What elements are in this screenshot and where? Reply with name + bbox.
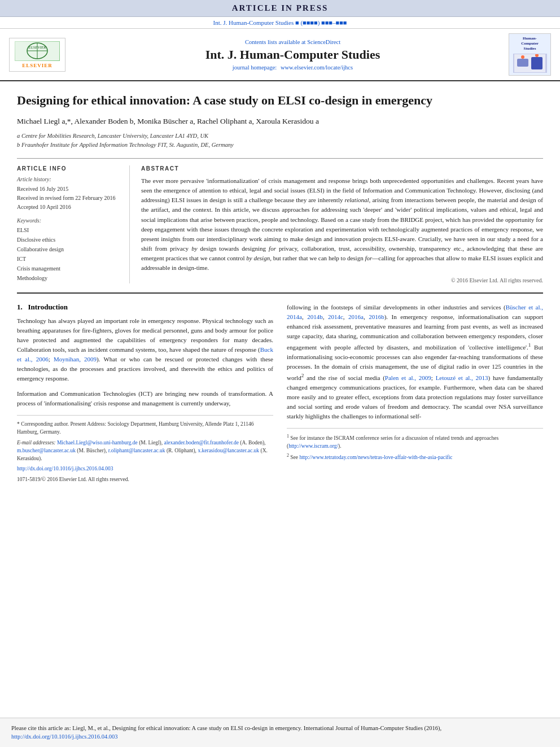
- email-boden[interactable]: alexander.boden@fit.fraunhofer.de: [164, 440, 238, 445]
- journal-title: Int. J. Human-Computer Studies: [77, 47, 509, 62]
- revised-date: Received in revised form 22 February 201…: [17, 194, 120, 203]
- ref-buscher-2014b[interactable]: 2014b: [307, 313, 323, 320]
- history-label: Article history:: [17, 176, 120, 182]
- doi-line: Int. J. Human-Computer Studies ■ (■■■■) …: [0, 17, 560, 29]
- footnotes-left: * Corresponding author. Present Address:…: [17, 415, 273, 483]
- intro-number: 1.: [17, 303, 23, 311]
- journal-center: Contents lists available at ScienceDirec…: [77, 39, 509, 71]
- journal-logo-right: Human-ComputerStudies: [509, 33, 551, 76]
- keywords-label: Keywords:: [17, 217, 120, 224]
- body-right-column: following in the footsteps of similar de…: [287, 303, 543, 486]
- footnote-1: 1 See for instance the ISCRAM conference…: [287, 433, 543, 451]
- intro-heading: Introduction: [28, 303, 68, 311]
- contents-available: Contents lists available at ScienceDirec…: [77, 39, 509, 45]
- sciencedirect-link[interactable]: ScienceDirect: [307, 39, 340, 45]
- corresponding-author: * Corresponding author. Present Address:…: [17, 420, 273, 436]
- affiliation-a: a Centre for Mobilities Research, Lancas…: [17, 132, 543, 141]
- copyright: © 2016 Elsevier Ltd. All rights reserved…: [141, 277, 543, 283]
- keyword-ict: ICT: [17, 254, 120, 264]
- keyword-methodology: Methodology: [17, 273, 120, 283]
- abstract-panel: ABSTRACT The ever more pervasive 'inform…: [141, 165, 543, 283]
- accepted-date: Accepted 10 April 2016: [17, 203, 120, 212]
- tetra-link[interactable]: http://www.tetratoday.com/news/tetras-lo…: [299, 455, 452, 461]
- keyword-disclosive: Disclosive ethics: [17, 235, 120, 244]
- page: ARTICLE IN PRESS Int. J. Human-Computer …: [0, 0, 560, 747]
- citation-text: Please cite this article as: Liegl, M., …: [11, 725, 441, 731]
- banner-text: ARTICLE IN PRESS: [232, 3, 329, 12]
- svg-point-8: [521, 55, 524, 59]
- journal-header: ELSEVIER ELSEVIER Contents lists availab…: [0, 29, 560, 81]
- homepage-label: journal homepage:: [233, 64, 277, 71]
- ref-buscher-2016b[interactable]: 2016b: [369, 313, 384, 320]
- authors: Michael Liegl a,*, Alexander Boden b, Mo…: [17, 116, 543, 127]
- email-oliphant[interactable]: r.oliphant@lancaster.ac.uk: [108, 448, 165, 453]
- body-columns: 1. Introduction Technology has always pl…: [17, 303, 543, 486]
- issn-line: 1071-5819/© 2016 Elsevier Ltd. All right…: [17, 475, 273, 483]
- iscram-link[interactable]: http://www.iscram.org/: [288, 443, 338, 449]
- article-title: Designing for ethical innovation: A case…: [17, 93, 543, 109]
- email-kerasidou[interactable]: x.kerasidou@lancaster.ac.uk: [198, 448, 259, 453]
- article-doi: http://dx.doi.org/10.1016/j.ijhcs.2016.0…: [17, 465, 273, 473]
- email-buscher[interactable]: m.buscher@lancaster.ac.uk: [17, 448, 76, 453]
- email-liegl[interactable]: Michael.Liegl@wiso.uni-hamburg.de: [57, 440, 138, 445]
- doi-text: Int. J. Human-Computer Studies ■ (■■■■) …: [213, 19, 347, 26]
- ref-buscher-2014a[interactable]: Büscher et al., 2014a: [287, 304, 543, 320]
- abstract-header: ABSTRACT: [141, 165, 543, 172]
- affiliation-b: b Fraunhofer Institute for Applied Infor…: [17, 141, 543, 150]
- main-content: Designing for ethical innovation: A case…: [0, 81, 560, 497]
- elsevier-logo-graphic: ELSEVIER: [15, 41, 60, 61]
- article-info-header: ARTICLE INFO: [17, 165, 120, 172]
- intro-title: 1. Introduction: [17, 303, 273, 312]
- article-in-press-banner: ARTICLE IN PRESS: [0, 0, 560, 17]
- citation-bar: Please cite this article as: Liegl, M., …: [0, 718, 560, 748]
- homepage-url[interactable]: www.elsevier.com/locate/ijhcs: [281, 64, 353, 71]
- keyword-collaborative: Collaborative design: [17, 244, 120, 254]
- section-divider: [17, 292, 543, 294]
- keyword-crisis: Crisis management: [17, 264, 120, 273]
- email-addresses: E-mail addresses: Michael.Liegl@wiso.uni…: [17, 439, 273, 463]
- keywords-list: ELSI Disclosive ethics Collaborative des…: [17, 225, 120, 283]
- right-paragraph-1: following in the footsteps of similar de…: [287, 303, 543, 421]
- body-left-column: 1. Introduction Technology has always pl…: [17, 303, 273, 486]
- received-date: Received 16 July 2015: [17, 185, 120, 194]
- ref-moynihan[interactable]: Moynihan, 2009: [54, 356, 97, 362]
- authors-text: Michael Liegl a,*, Alexander Boden b, Mo…: [17, 117, 319, 125]
- doi-link[interactable]: http://dx.doi.org/10.1016/j.ijhcs.2016.0…: [17, 466, 113, 471]
- footnotes-right: 1 See for instance the ISCRAM conference…: [287, 428, 543, 462]
- svg-text:ELSEVIER: ELSEVIER: [28, 45, 46, 50]
- journal-homepage: journal homepage: www.elsevier.com/locat…: [77, 64, 509, 71]
- article-info-panel: ARTICLE INFO Article history: Received 1…: [17, 165, 130, 283]
- elsevier-logo: ELSEVIER ELSEVIER: [9, 38, 65, 72]
- elsevier-label: ELSEVIER: [22, 63, 53, 68]
- article-info-abstract: ARTICLE INFO Article history: Received 1…: [17, 158, 543, 283]
- ref-palen[interactable]: Palen et al., 2009: [385, 374, 431, 381]
- intro-paragraph-2: Information and Communication Technologi…: [17, 389, 273, 408]
- svg-rect-7: [531, 57, 542, 69]
- ref-buscher-2016a[interactable]: 2016a: [348, 313, 364, 320]
- ref-buscher-2014c[interactable]: 2014c: [328, 313, 343, 320]
- svg-rect-6: [517, 59, 528, 67]
- citation-doi-link[interactable]: http://dx.doi.org/10.1016/j.ijhcs.2016.0…: [11, 733, 118, 740]
- contents-text: Contents lists available at: [245, 39, 306, 45]
- keyword-elsi: ELSI: [17, 225, 120, 235]
- footnote-2: 2 See http://www.tetratoday.com/news/tet…: [287, 452, 543, 461]
- ref-letouze[interactable]: Letouzé et al., 2013: [436, 374, 488, 381]
- article-dates: Received 16 July 2015 Received in revise…: [17, 185, 120, 212]
- intro-paragraph-1: Technology has always played an importan…: [17, 316, 273, 383]
- abstract-text: The ever more pervasive 'informationaliz…: [141, 176, 543, 272]
- affiliations: a Centre for Mobilities Research, Lancas…: [17, 132, 543, 150]
